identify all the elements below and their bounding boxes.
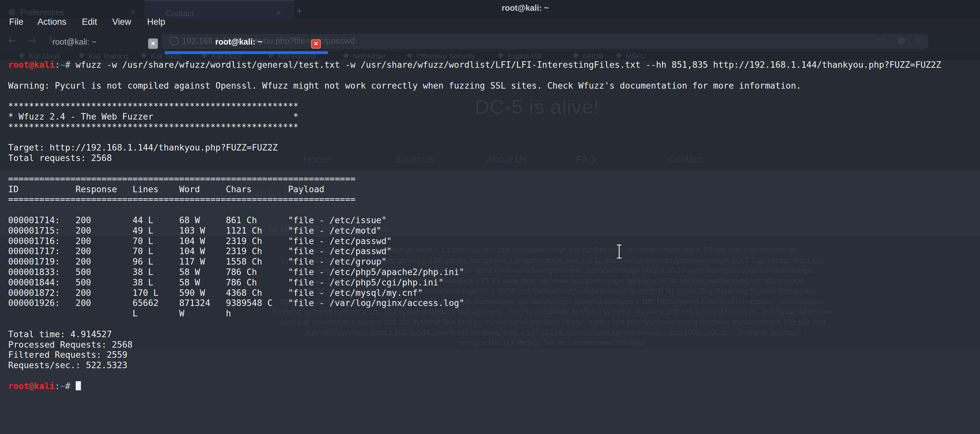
- menu-edit[interactable]: Edit: [82, 17, 97, 27]
- terminal-line: 000001714: 200 44 L 68 W 861 Ch "file - …: [8, 215, 941, 225]
- terminal-line: root@kali:~# wfuzz -w /usr/share/wfuzz/w…: [8, 60, 941, 70]
- site-info-icon[interactable]: i: [170, 36, 179, 46]
- terminal-line: Total time: 4.914527: [8, 329, 941, 339]
- menu-actions[interactable]: Actions: [38, 17, 67, 27]
- menu-help[interactable]: Help: [147, 17, 165, 27]
- terminal-output[interactable]: root@kali:~# wfuzz -w /usr/share/wfuzz/w…: [8, 60, 941, 391]
- desktop: ⚙ Preferences ✕ Contact ✕ + ← → ↻ ⌂ i 19…: [0, 0, 980, 434]
- terminal-line: 000001716: 200 70 L 104 W 2319 Ch "file …: [8, 236, 941, 246]
- close-tab-icon[interactable]: ✕: [276, 9, 282, 17]
- gear-icon: ⚙: [8, 7, 16, 17]
- close-tab-button[interactable]: ✕: [148, 38, 158, 49]
- browser-tab-contact[interactable]: Contact ✕: [145, 0, 294, 19]
- close-tab-icon[interactable]: ✕: [130, 8, 136, 17]
- terminal-line: [8, 318, 941, 329]
- terminal-line: Filtered Requests: 2559: [8, 350, 941, 360]
- terminal-line: [8, 132, 941, 143]
- terminal-line: * Wfuzz 2.4 - The Web Fuzzer *: [8, 111, 941, 122]
- terminal-line: ========================================…: [8, 174, 941, 184]
- terminal-line: 000001833: 500 38 L 58 W 786 Ch "file - …: [8, 267, 941, 277]
- terminal-line: ========================================…: [8, 194, 941, 204]
- back-icon[interactable]: ←: [8, 35, 16, 46]
- terminal-line: [8, 163, 941, 174]
- close-tab-button-active[interactable]: ✕: [311, 40, 321, 49]
- terminal-line: 000001872: 200 170 L 590 W 4368 Ch "file…: [8, 288, 941, 298]
- terminal-line: 000001715: 200 49 L 103 W 1121 Ch "file …: [8, 225, 941, 236]
- terminal-line: ****************************************…: [8, 101, 941, 111]
- page-actions-icon[interactable]: ⋯: [876, 33, 887, 45]
- browser-tab-preferences[interactable]: Preferences: [20, 8, 64, 17]
- terminal-line: 000001844: 500 38 L 58 W 786 Ch "file - …: [8, 277, 941, 288]
- terminal-line: [8, 90, 941, 101]
- mouse-ibeam-cursor: [615, 244, 623, 259]
- window-title: root@kali: ~: [476, 3, 574, 13]
- active-tab-indicator: [165, 51, 328, 54]
- terminal-line: ****************************************…: [8, 122, 941, 132]
- menu-view[interactable]: View: [112, 17, 131, 27]
- terminal-line: 000001926: 200 65662 871324 9389548 C "f…: [8, 298, 941, 308]
- terminal-line: root@kali:~#: [8, 381, 941, 391]
- terminal-line: Processed Requests: 2568: [8, 339, 941, 350]
- terminal-line: 000001717: 200 70 L 104 W 2319 Ch "file …: [8, 246, 941, 257]
- terminal-line: [8, 70, 941, 81]
- bookmark-star-icon[interactable]: ☆: [913, 35, 922, 46]
- browser-tab-contact-label: Contact: [166, 9, 194, 18]
- terminal-tab-2-active[interactable]: root@kali: ~: [183, 37, 295, 47]
- terminal-line: Requests/sec.: 522.5323: [8, 360, 941, 371]
- terminal-line: L W h: [8, 308, 941, 318]
- new-tab-button[interactable]: +: [296, 5, 302, 17]
- terminal-line: Warning: Pycurl is not compiled against …: [8, 81, 941, 91]
- terminal-line: [8, 204, 941, 215]
- terminal-line: 000001719: 200 96 L 117 W 1558 Ch "file …: [8, 257, 941, 267]
- terminal-line: [8, 371, 941, 381]
- terminal-cursor: [76, 381, 81, 390]
- menu-file[interactable]: File: [9, 17, 24, 27]
- terminal-line: Target: http://192.168.1.144/thankyou.ph…: [8, 143, 941, 153]
- terminal-tab-1[interactable]: root@kali: ~: [19, 37, 129, 47]
- browser-bookmarks-bg: [0, 51, 980, 60]
- terminal-line: ID Response Lines Word Chars Payload: [8, 184, 941, 195]
- terminal-line: Total requests: 2568: [8, 153, 941, 163]
